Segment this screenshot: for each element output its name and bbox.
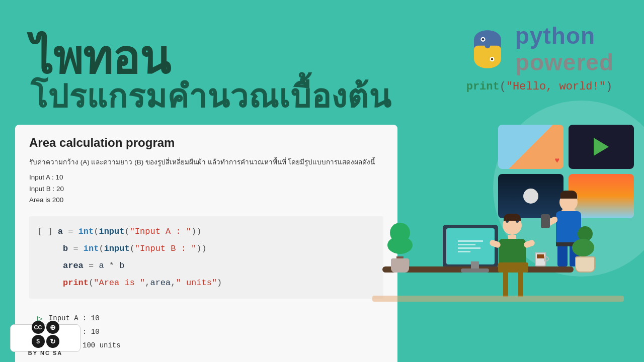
python-label: python [515,23,614,49]
sitting-person [499,216,526,266]
powered-label: powered [515,49,614,76]
bracket-icon: [ ] [37,227,53,236]
open-paren: ( [500,80,506,93]
equals-1: = [68,227,73,236]
stool-top [498,262,528,273]
svg-point-3 [491,58,494,60]
python-snake-icon [465,27,510,72]
hello-string: "Hello, world!" [506,80,606,93]
svg-point-1 [482,38,485,40]
plant-right [574,224,596,273]
monitor-screen-content [455,236,486,256]
code-block: [ ] a = int(input("Input A : ")) b = int… [29,216,383,299]
output-area: Area is 200 [29,195,383,206]
str-input-a: "Input A : " [130,227,191,236]
code-line-4: print("Area is ",area," units") [37,275,375,292]
description-text: รับค่าความกว้าง (A) และความยาว (B) ของรู… [29,157,383,168]
input-fn-2: input [104,244,130,253]
svg-point-5 [485,50,490,55]
var-a: a [58,227,63,236]
close-paren: ) [606,80,612,93]
var-a-ref: a [99,261,104,270]
str-units: " units" [176,278,217,288]
equals-2: = [73,244,78,253]
monitor-base [461,268,489,273]
var-b: b [63,244,68,253]
var-area: area [63,261,84,270]
code-line-2: b = int(input("Input B : ")) [37,240,375,257]
python-logo-area: python powered print("Hello, world!") [465,23,614,94]
cc-icon: CC [32,321,45,334]
int-keyword-2: int [84,244,99,253]
monitor-screen [446,228,495,264]
svg-rect-7 [458,240,483,242]
python-text-block: python powered [515,23,614,76]
illustration-area [382,146,624,347]
svg-rect-10 [458,251,470,252]
area-ref: area [150,278,171,288]
subtitle: โปรแกรมคำนวณเบื้องต้น [30,70,391,122]
cc-license-badge: CC ⊕ $ ↻ BY NC SA [10,324,80,352]
svg-point-4 [485,43,490,48]
int-keyword-1: int [78,227,94,236]
plant-left [387,219,413,273]
svg-rect-9 [458,247,480,249]
run-output-block: ▷ Input A : 10 Input B : 10 Area is 100 … [29,307,383,357]
card-title: Area calculation program [29,136,383,150]
hello-world-code: print("Hello, world!") [466,80,612,93]
equals-3: = [89,261,94,270]
cc-label-text: BY NC SA [28,350,62,356]
output-input-a: Input A : 10 [29,172,383,184]
coffee-mug [535,252,546,266]
input-fn-1: input [99,227,124,236]
by-icon: ⊕ [46,321,59,334]
floor-line [372,296,624,302]
python-logo: python powered [465,23,614,76]
multiply-op: * [109,261,114,270]
output-input-b: Input B : 20 [29,184,383,195]
sa-icon: ↻ [46,335,59,348]
stool-leg-left [518,273,523,297]
print-keyword-2: print [63,278,89,288]
print-keyword: print [466,80,500,93]
stool-leg-right [503,273,508,297]
svg-rect-6 [455,236,486,256]
code-line-3: area = a * b [37,257,375,275]
monitor-illustration [443,225,498,267]
svg-rect-8 [458,244,475,245]
str-area-is: "Area is " [94,278,145,288]
code-line-1: [ ] a = int(input("Input A : ")) [37,223,375,240]
str-input-b: "Input B : " [135,244,196,253]
nc-icon: $ [32,335,45,348]
var-b-ref: b [119,261,124,270]
